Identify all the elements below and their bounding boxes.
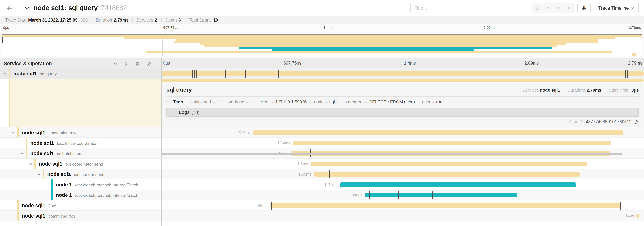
span-bar-cell[interactable]: 2.04ms	[162, 200, 644, 211]
span-bar[interactable]	[293, 141, 611, 145]
span-name-cell[interactable]: node sql1flow	[0, 200, 162, 211]
log-marker[interactable]	[432, 191, 432, 199]
trace-title-group[interactable]: node sql1: sql query 7418682	[24, 4, 127, 12]
span-bar-cell[interactable]: 14μs	[162, 211, 644, 221]
log-marker[interactable]	[317, 170, 317, 178]
next-match-button[interactable]	[553, 3, 564, 13]
expand-one-icon[interactable]	[125, 61, 128, 66]
tags-accordion[interactable]: Tags:_unfinished=1_verbose=1client=127.0…	[166, 99, 639, 105]
log-marker[interactable]	[310, 149, 310, 157]
log-marker[interactable]	[512, 191, 512, 199]
span-bar[interactable]	[340, 182, 576, 187]
log-marker[interactable]	[612, 139, 612, 147]
log-marker[interactable]	[396, 191, 396, 199]
copy-link-icon[interactable]	[634, 119, 639, 124]
detail-span-bar[interactable]	[162, 80, 644, 82]
view-selector-button[interactable]: Trace Timeline	[594, 3, 639, 13]
log-marker[interactable]	[249, 69, 249, 77]
log-marker[interactable]	[240, 69, 241, 77]
span-bar-cell[interactable]: 886μs	[162, 190, 644, 200]
tag-item[interactable]: user=root	[422, 99, 444, 104]
span-name-cell[interactable]: node sql1txn coordinator send	[0, 159, 162, 169]
column-resizer-grip[interactable]	[158, 64, 160, 68]
logs-accordion[interactable]: Logs(18)	[166, 108, 639, 117]
log-marker[interactable]	[382, 191, 382, 199]
span-bar[interactable]	[291, 151, 610, 155]
span-bar[interactable]	[636, 213, 639, 218]
span-row[interactable]: node 1/cockroach.roachpb.Internal/Batch1…	[0, 179, 644, 190]
span-bar-cell[interactable]: 1.84ms	[162, 138, 644, 148]
log-marker[interactable]	[185, 69, 186, 77]
span-row[interactable]: node sql1sql query	[0, 68, 644, 79]
tag-item[interactable]: statement=SELECT * FROM users	[344, 99, 415, 104]
span-bar-cell[interactable]: 1.37ms	[162, 179, 644, 190]
log-marker[interactable]	[192, 69, 193, 77]
log-marker[interactable]	[276, 201, 276, 209]
log-marker[interactable]	[264, 69, 265, 77]
log-marker[interactable]	[401, 191, 401, 199]
horizontal-scrollbar[interactable]	[162, 153, 622, 155]
overview-canvas[interactable]	[2, 34, 642, 56]
log-marker[interactable]	[588, 160, 588, 168]
collapse-chevron-icon[interactable]	[3, 72, 7, 75]
clear-search-button[interactable]	[564, 3, 574, 13]
span-row[interactable]: node sql1dist sender send1.56ms	[0, 169, 644, 179]
span-row[interactable]: node sql1consuming rows2.14ms	[0, 127, 644, 138]
prev-match-button[interactable]	[543, 3, 553, 13]
log-marker[interactable]	[291, 201, 292, 209]
span-name-cell[interactable]: node sql1dist sender send	[0, 169, 162, 179]
span-bar[interactable]	[270, 203, 621, 207]
log-marker[interactable]	[388, 191, 388, 199]
collapse-chevron-icon[interactable]	[28, 162, 32, 165]
log-marker[interactable]	[516, 191, 516, 199]
log-marker[interactable]	[369, 191, 370, 199]
log-marker[interactable]	[627, 69, 628, 77]
span-row[interactable]: node sql1flow2.04ms	[0, 200, 644, 211]
log-marker[interactable]	[338, 170, 338, 178]
span-bar[interactable]	[310, 161, 587, 166]
tag-item[interactable]: _unfinished=1	[189, 99, 219, 104]
keyboard-shortcuts-button[interactable]: ⌘	[578, 3, 590, 13]
log-marker[interactable]	[329, 170, 330, 178]
span-bar-cell[interactable]: 1.56ms	[162, 169, 644, 179]
collapse-chevron-icon[interactable]	[12, 131, 15, 134]
log-marker[interactable]	[167, 69, 167, 77]
log-marker[interactable]	[247, 69, 247, 77]
search-input[interactable]	[411, 3, 532, 13]
back-button[interactable]	[0, 0, 19, 16]
log-marker[interactable]	[194, 69, 194, 77]
span-name-cell[interactable]: node sql1sql query	[0, 68, 162, 79]
span-name-cell[interactable]: node sql1colbatchscan	[0, 148, 162, 159]
log-marker[interactable]	[225, 69, 226, 77]
log-marker[interactable]	[248, 69, 248, 77]
log-marker[interactable]	[278, 69, 278, 77]
tag-item[interactable]: node=sql1	[314, 99, 337, 104]
log-marker[interactable]	[625, 69, 626, 77]
span-bar-cell[interactable]: 1.6ms	[162, 159, 644, 169]
log-marker[interactable]	[196, 69, 196, 77]
collapse-all-icon[interactable]	[135, 61, 140, 66]
log-marker[interactable]	[620, 201, 621, 209]
log-marker[interactable]	[272, 201, 272, 209]
log-marker[interactable]	[398, 191, 398, 199]
log-marker[interactable]	[175, 69, 176, 77]
log-marker[interactable]	[243, 69, 243, 77]
span-name-cell[interactable]: node sql1consuming rows	[0, 127, 162, 138]
span-bar[interactable]	[314, 172, 580, 176]
span-bar[interactable]	[253, 130, 623, 135]
span-name-cell[interactable]: node 1/cockroach.roachpb.Internal/Batch	[0, 190, 162, 200]
tag-item[interactable]: client=127.0.0.1:59936	[260, 99, 307, 104]
chevron-down-icon[interactable]	[24, 6, 30, 10]
collapse-chevron-icon[interactable]	[37, 173, 41, 175]
span-name-cell[interactable]: node sql1commit sql txn	[0, 211, 162, 221]
span-bar-cell[interactable]: 2.14ms	[162, 127, 644, 138]
span-row[interactable]: node 1/cockroach.roachpb.Internal/Batch8…	[0, 190, 644, 200]
span-row[interactable]: node sql1txn coordinator send1.6ms	[0, 159, 644, 169]
span-name-cell[interactable]: node sql1batch flow coordinator	[0, 138, 162, 148]
log-marker[interactable]	[261, 69, 261, 77]
span-bar-cell[interactable]	[162, 68, 644, 79]
tag-item[interactable]: _verbose=1	[226, 99, 252, 104]
span-row[interactable]: node sql1batch flow coordinator1.84ms	[0, 138, 644, 148]
log-marker[interactable]	[246, 69, 246, 77]
log-marker[interactable]	[394, 191, 394, 199]
